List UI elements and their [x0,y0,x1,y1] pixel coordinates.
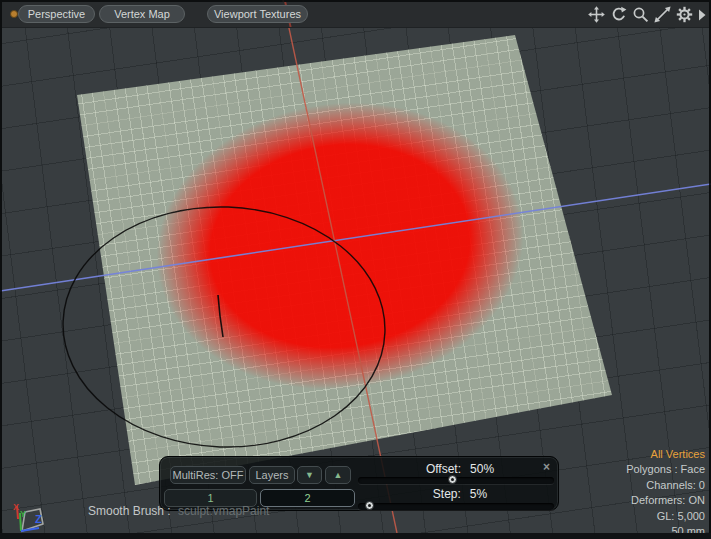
layers-button[interactable]: Layers [249,466,295,484]
viewport-textures-button[interactable]: Viewport Textures [207,5,308,23]
info-gl-count: GL: 5,000 [626,509,705,524]
viewport-header: Perspective Vertex Map Viewport Textures [2,2,709,28]
view-type-button[interactable]: Perspective [18,5,95,23]
rotate-icon[interactable] [610,6,627,23]
layer-up-button[interactable]: ▲ [325,466,351,484]
tool-status-value[interactable]: sculpt.vmapPaint [178,504,269,518]
shading-mode-button[interactable]: Vertex Map [99,5,185,23]
offset-label: Offset: [426,462,461,476]
sculpt-tool-hud: MultiRes: OFF Layers ▼ ▲ 1 2 Offset:50% … [159,456,559,511]
layer-down-button[interactable]: ▼ [297,466,322,484]
viewport-info-overlay: All Vertices Polygons : Face Channels: 0… [626,447,705,539]
gear-icon[interactable] [676,6,693,23]
info-channels: Channels: 0 [626,478,705,493]
up-arrow-icon: ▲ [334,470,343,480]
magnifier-icon[interactable] [632,6,649,23]
step-readout: Step:5% [360,487,560,501]
offset-value: 50% [470,462,494,476]
offset-slider-handle[interactable] [448,475,457,484]
close-icon[interactable]: × [543,461,550,473]
step-value: 5% [470,487,487,501]
fit-view-icon[interactable] [654,6,671,23]
down-arrow-icon: ▼ [305,470,314,480]
info-selection-mode: All Vertices [626,447,705,462]
bottom-strip [0,533,711,539]
menu-arrow-icon[interactable] [698,9,706,21]
viewport-canvas[interactable] [2,2,709,533]
layer-page-2-button[interactable]: 2 [260,489,355,507]
info-polygons: Polygons : Face [626,462,705,477]
tool-status-label: Smooth Brush : [88,504,171,518]
info-deformers: Deformers: ON [626,493,705,508]
viewport-menu-dot[interactable] [10,10,18,18]
multires-toggle-button[interactable]: MultiRes: OFF [170,466,246,484]
modo-3d-viewport-window: X Y Z Perspective Vertex Map Viewport Te… [0,0,711,539]
offset-slider[interactable] [358,477,554,484]
viewport-controls [588,6,706,23]
tool-status: Smooth Brush : sculpt.vmapPaint [88,504,269,518]
offset-readout: Offset:50% [360,462,560,476]
step-label: Step: [433,487,461,501]
pan-icon[interactable] [588,6,605,23]
step-slider[interactable] [358,503,554,510]
step-slider-handle[interactable] [365,501,374,510]
